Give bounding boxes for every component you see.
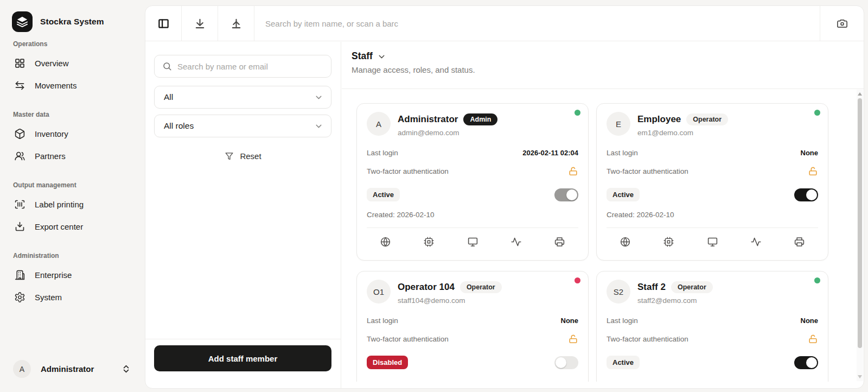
staff-name: Staff 2: [637, 282, 666, 293]
avatar: O1: [367, 280, 391, 304]
staff-name: Employee: [637, 114, 681, 125]
chevrons-up-down-icon: [121, 364, 131, 374]
filter-funnel-icon: [225, 151, 234, 161]
scan-camera-button[interactable]: [820, 6, 864, 41]
search-icon: [162, 61, 172, 71]
active-toggle[interactable]: [794, 188, 818, 201]
import-button[interactable]: [182, 6, 218, 41]
status-filter-select[interactable]: All: [154, 86, 331, 109]
sidebar-item-overview[interactable]: Overview: [0, 52, 141, 74]
globe-icon[interactable]: [620, 236, 631, 248]
reset-label: Reset: [240, 151, 261, 161]
cpu-icon[interactable]: [423, 236, 435, 248]
main-panel: All All roles Reset Add staff member Sta…: [145, 5, 864, 389]
card-actions: [357, 228, 588, 248]
sidebar-section-master-data: Master data: [13, 111, 128, 118]
printer-icon[interactable]: [794, 236, 805, 248]
cpu-icon[interactable]: [663, 236, 674, 248]
upload-icon: [230, 17, 242, 30]
staff-header: Staff Manage access, roles, and status.: [342, 42, 864, 88]
sidebar-item-partners[interactable]: Partners: [0, 145, 141, 167]
last-login-value: None: [801, 149, 819, 157]
panel-left-icon: [157, 17, 170, 30]
last-login-label: Last login: [367, 149, 398, 157]
activity-icon[interactable]: [510, 236, 522, 248]
staff-search-input[interactable]: [177, 62, 324, 71]
staff-email: admin@demo.com: [398, 129, 497, 137]
staff-email: em1@demo.com: [637, 129, 728, 137]
sidebar-item-label: Inventory: [35, 129, 68, 138]
avatar: A: [13, 360, 31, 378]
global-search: [254, 6, 820, 41]
monitor-icon[interactable]: [707, 236, 718, 248]
sidebar-item-label: Label printing: [35, 200, 84, 209]
last-login-value: None: [561, 317, 579, 325]
twofa-label: Two-factor authentication: [607, 167, 688, 175]
sidebar-item-label: Export center: [35, 222, 83, 231]
role-badge: Admin: [463, 113, 497, 125]
active-toggle[interactable]: [794, 356, 818, 369]
sidebar-item-system[interactable]: System: [0, 286, 141, 308]
scrollbar-thumb[interactable]: [858, 98, 862, 348]
chevron-down-icon: [314, 122, 323, 131]
building-icon: [14, 269, 25, 281]
unlock-icon: [568, 166, 578, 176]
avatar: A: [367, 112, 391, 136]
sidebar-section-operations: Operations: [13, 40, 128, 48]
sidebar-item-inventory[interactable]: Inventory: [0, 123, 141, 145]
staff-card: E Employee Operator em1@demo.com Last lo…: [596, 103, 828, 261]
global-search-input[interactable]: [265, 19, 820, 28]
online-status-dot: [575, 110, 580, 116]
role-filter-select[interactable]: All roles: [154, 115, 331, 137]
active-toggle[interactable]: [554, 188, 578, 201]
grid-icon: [14, 58, 25, 69]
scroll-up-arrow[interactable]: [857, 91, 863, 97]
unlock-icon: [568, 334, 578, 344]
topbar: [145, 6, 864, 41]
user-menu[interactable]: A Administrator: [13, 360, 131, 378]
export-button[interactable]: [218, 6, 254, 41]
last-login-label: Last login: [607, 149, 638, 157]
globe-icon[interactable]: [380, 236, 391, 248]
sidebar-item-label: System: [35, 293, 62, 302]
staff-card-grid: A Administrator Admin admin@demo.com Las…: [342, 89, 852, 382]
scroll-down-arrow[interactable]: [857, 374, 863, 380]
sidebar-item-export-center[interactable]: Export center: [0, 216, 141, 238]
gear-icon: [14, 292, 25, 303]
twofa-label: Two-factor authentication: [607, 335, 688, 343]
status-filter-value: All: [164, 92, 173, 102]
last-login-value: None: [801, 317, 819, 325]
unlock-icon: [808, 166, 818, 176]
app-logo-icon: [12, 11, 33, 32]
created-date: Created: 2026-02-10: [357, 211, 588, 219]
monitor-icon[interactable]: [467, 236, 478, 248]
card-actions: [597, 228, 828, 248]
sidebar-toggle-button[interactable]: [145, 6, 181, 41]
reset-filters-button[interactable]: Reset: [145, 146, 341, 166]
printer-icon[interactable]: [554, 236, 565, 248]
users-icon: [14, 150, 25, 162]
online-status-dot: [575, 277, 580, 283]
activity-icon[interactable]: [750, 236, 762, 248]
staff-name: Operator 104: [398, 282, 455, 293]
unlock-icon: [808, 334, 818, 344]
card-header: E Employee Operator em1@demo.com: [597, 104, 828, 137]
avatar: E: [607, 112, 630, 136]
add-staff-member-button[interactable]: Add staff member: [154, 345, 331, 371]
filter-footer: Add staff member: [145, 339, 341, 388]
card-header: O1 Operator 104 Operator staff104@demo.c…: [357, 271, 588, 305]
staff-title-dropdown[interactable]: Staff: [342, 42, 864, 62]
staff-card: S2 Staff 2 Operator staff2@demo.com Last…: [596, 271, 828, 382]
camera-icon: [836, 17, 848, 30]
online-status-dot: [814, 277, 820, 283]
sidebar-item-label-printing[interactable]: Label printing: [0, 193, 141, 216]
role-badge: Operator: [686, 113, 728, 125]
package-icon: [14, 128, 25, 140]
created-date: Created: 2026-02-10: [597, 211, 828, 219]
sidebar-item-enterprise[interactable]: Enterprise: [0, 264, 141, 286]
chevron-down-icon: [377, 52, 386, 61]
staff-filter-panel: All All roles Reset Add staff member: [145, 42, 341, 388]
vertical-scrollbar[interactable]: [857, 90, 863, 381]
active-toggle[interactable]: [554, 356, 578, 369]
sidebar-item-movements[interactable]: Movements: [0, 74, 141, 97]
